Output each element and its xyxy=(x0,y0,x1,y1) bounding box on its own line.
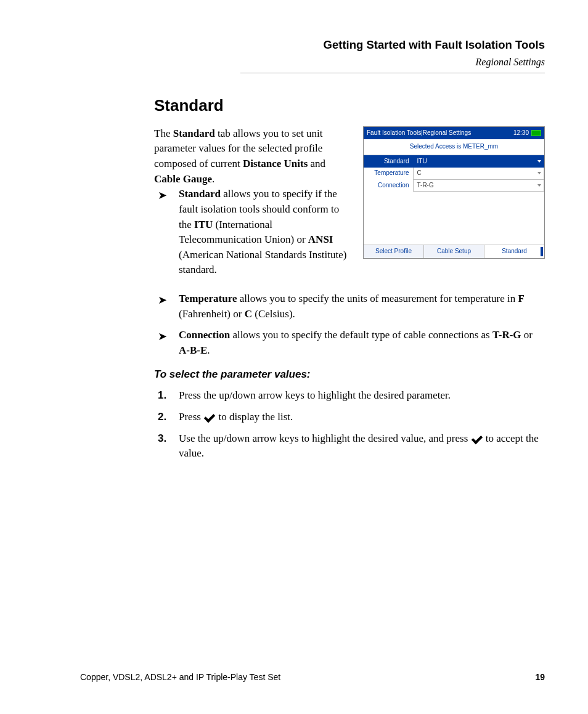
screenshot-titlebar: Fault Isolation Tools|Regional Settings … xyxy=(364,127,544,140)
section-title: Standard xyxy=(154,94,545,118)
footer-product-name: Copper, VDSL2, ADSL2+ and IP Triple-Play… xyxy=(80,671,280,683)
screenshot-row-standard[interactable]: Standard ITU xyxy=(364,155,544,168)
intro-paragraph: The Standard tab allows you to set unit … xyxy=(154,126,357,187)
bullet-connection: Connection allows you to specify the def… xyxy=(154,328,545,358)
screenshot-clock: 12:30 xyxy=(513,129,529,138)
screenshot-title: Fault Isolation Tools|Regional Settings xyxy=(367,129,471,138)
step-1: Press the up/down arrow keys to highligh… xyxy=(154,388,545,404)
footer-page-number: 19 xyxy=(535,671,545,683)
page-header-title: Getting Started with Fault Isolation Too… xyxy=(240,37,545,54)
checkmark-icon xyxy=(203,413,216,421)
checkmark-icon xyxy=(471,434,483,443)
battery-icon xyxy=(531,130,541,136)
header-divider xyxy=(240,73,545,73)
screenshot-row-temperature[interactable]: Temperature C xyxy=(364,168,544,180)
screenshot-row-value[interactable]: C xyxy=(413,168,544,180)
screenshot-row-label: Temperature xyxy=(364,168,413,180)
screenshot-row-value[interactable]: ITU xyxy=(413,155,544,168)
step-3: Use the up/down arrow keys to highlight … xyxy=(154,431,545,461)
screenshot-row-label: Standard xyxy=(364,155,413,168)
bullet-standard: Standard allows you to specify if the fa… xyxy=(154,187,545,278)
screenshot-subheader: Selected Access is METER_mm xyxy=(364,139,544,155)
bullet-temperature: Temperature allows you to specify the un… xyxy=(154,291,545,322)
step-2: Press to display the list. xyxy=(154,410,545,425)
page-header-subtitle: Regional Settings xyxy=(240,55,545,69)
instruction-heading: To select the parameter values: xyxy=(154,367,545,383)
